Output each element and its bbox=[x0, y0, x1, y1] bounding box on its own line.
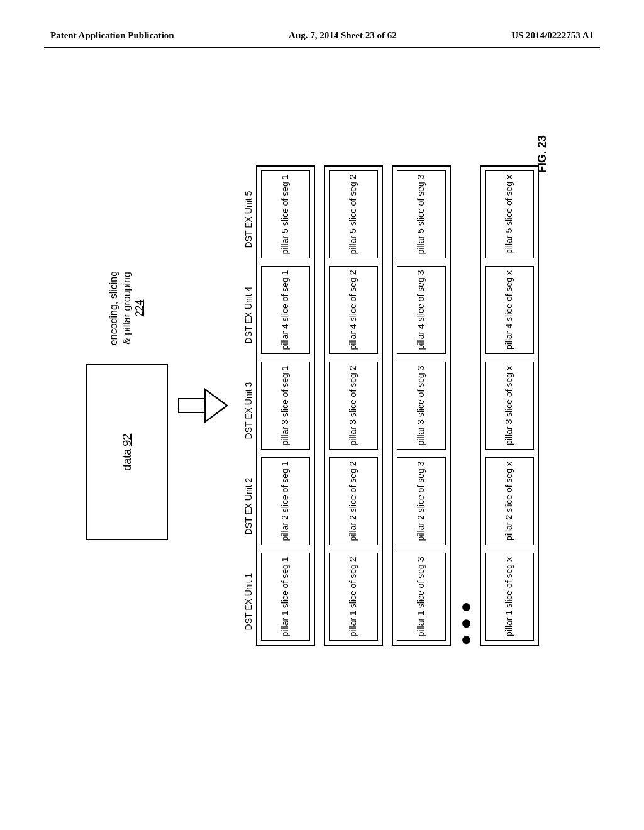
slice-cell: pillar 2 slice of seg 2 bbox=[329, 457, 378, 545]
header-rule bbox=[44, 47, 600, 48]
slice-cell: pillar 3 slice of seg x bbox=[485, 362, 534, 450]
header-center: Aug. 7, 2014 Sheet 23 of 62 bbox=[289, 30, 397, 41]
slice-cell: pillar 5 slice of seg x bbox=[485, 170, 534, 258]
slice-cell: pillar 5 slice of seg 3 bbox=[397, 170, 446, 258]
input-row: data 92 encoding, slicing & pillar group… bbox=[86, 271, 168, 540]
data-label: data bbox=[121, 449, 134, 471]
slice-cell: pillar 4 slice of seg 1 bbox=[261, 266, 310, 354]
slice-cell: pillar 4 slice of seg 3 bbox=[397, 266, 446, 354]
slice-cell: pillar 2 slice of seg 1 bbox=[261, 457, 310, 545]
process-label: encoding, slicing & pillar grouping 224 bbox=[108, 271, 147, 345]
slice-cell: pillar 2 slice of seg x bbox=[485, 457, 534, 545]
col-header: DST EX Unit 2 bbox=[243, 462, 253, 550]
seg-row: pillar 1 slice of seg x pillar 2 slice o… bbox=[480, 165, 539, 646]
rotated-diagram: data 92 encoding, slicing & pillar group… bbox=[86, 123, 558, 689]
data-num: 92 bbox=[121, 434, 134, 446]
slice-cell: pillar 5 slice of seg 2 bbox=[329, 170, 378, 258]
slice-cell: pillar 1 slice of seg 3 bbox=[397, 553, 446, 641]
slice-cell: pillar 3 slice of seg 3 bbox=[397, 362, 446, 450]
col-header: DST EX Unit 3 bbox=[243, 367, 253, 455]
header-left: Patent Application Publication bbox=[50, 30, 174, 41]
page-header: Patent Application Publication Aug. 7, 2… bbox=[0, 30, 644, 41]
seg-row: pillar 1 slice of seg 2 pillar 2 slice o… bbox=[324, 165, 383, 646]
down-arrow-icon bbox=[179, 388, 228, 423]
column-headers: DST EX Unit 1 DST EX Unit 2 DST EX Unit … bbox=[243, 165, 253, 646]
col-header: DST EX Unit 5 bbox=[243, 175, 253, 263]
slice-cell: pillar 3 slice of seg 1 bbox=[261, 362, 310, 450]
slice-cell: pillar 1 slice of seg 2 bbox=[329, 553, 378, 641]
process-line1: encoding, slicing bbox=[108, 271, 121, 345]
data-box: data 92 bbox=[86, 364, 168, 540]
slice-cell: pillar 5 slice of seg 1 bbox=[261, 170, 310, 258]
seg-row: pillar 1 slice of seg 3 pillar 2 slice o… bbox=[392, 165, 451, 646]
col-header: DST EX Unit 4 bbox=[243, 271, 253, 359]
slice-cell: pillar 2 slice of seg 3 bbox=[397, 457, 446, 545]
slice-cell: pillar 4 slice of seg 2 bbox=[329, 266, 378, 354]
header-right: US 2014/0222753 A1 bbox=[511, 30, 594, 41]
seg-row: pillar 1 slice of seg 1 pillar 2 slice o… bbox=[256, 165, 315, 646]
process-num: 224 bbox=[133, 271, 147, 345]
slice-table: DST EX Unit 1 DST EX Unit 2 DST EX Unit … bbox=[243, 165, 548, 646]
figure-label: FIG. 23 bbox=[536, 135, 549, 173]
process-line2: & pillar grouping bbox=[121, 271, 134, 345]
slice-cell: pillar 4 slice of seg x bbox=[485, 266, 534, 354]
slice-cell: pillar 1 slice of seg x bbox=[485, 553, 534, 641]
slice-cell: pillar 3 slice of seg 2 bbox=[329, 362, 378, 450]
slice-cell: pillar 1 slice of seg 1 bbox=[261, 553, 310, 641]
figure-area: data 92 encoding, slicing & pillar group… bbox=[86, 123, 558, 689]
ellipsis-icon: ●●● bbox=[460, 165, 471, 646]
col-header: DST EX Unit 1 bbox=[243, 558, 253, 646]
